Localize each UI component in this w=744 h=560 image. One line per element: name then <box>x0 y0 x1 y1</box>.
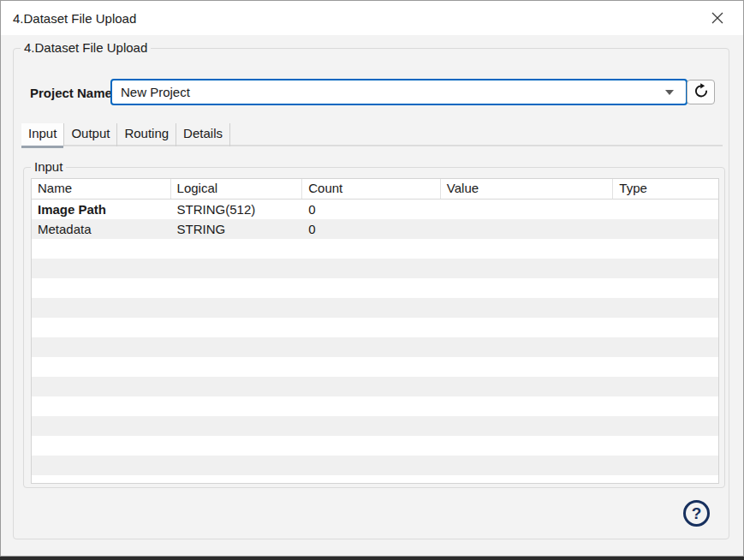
cell-type <box>613 259 718 278</box>
cell-name <box>32 318 171 337</box>
project-name-label: Project Name: <box>30 86 116 100</box>
cell-name <box>32 416 171 436</box>
groupbox-title: 4.Dataset File Upload <box>21 40 151 56</box>
column-header-value[interactable]: Value <box>441 179 613 199</box>
cell-name: Metadata <box>32 219 171 239</box>
column-header-type[interactable]: Type <box>613 179 718 199</box>
table-empty-row[interactable] <box>32 377 718 396</box>
help-button[interactable]: ? <box>683 500 710 527</box>
cell-type <box>613 436 718 456</box>
help-question-icon: ? <box>692 504 702 523</box>
table-header-row: NameLogicalCountValueType <box>32 179 718 200</box>
table-empty-row[interactable] <box>32 416 718 436</box>
table-empty-row[interactable] <box>32 475 718 484</box>
cell-type <box>613 357 718 377</box>
column-header-logical[interactable]: Logical <box>171 179 303 199</box>
cell-logical <box>171 357 303 377</box>
cell-count <box>302 337 441 357</box>
cell-type <box>613 456 718 475</box>
dataset-upload-groupbox: 4.Dataset File Upload Project Name: New … <box>13 48 729 539</box>
table-empty-row[interactable] <box>32 456 718 475</box>
column-header-count[interactable]: Count <box>302 179 441 199</box>
cell-logical <box>171 436 303 456</box>
chevron-down-icon <box>665 90 674 95</box>
table-row[interactable]: MetadataSTRING0 <box>32 219 718 239</box>
cell-count <box>302 318 441 337</box>
cell-count <box>302 475 441 484</box>
cell-value <box>441 377 613 396</box>
cell-value <box>441 318 613 337</box>
cell-logical: STRING(512) <box>171 200 303 219</box>
cell-name <box>32 239 171 259</box>
cell-count <box>302 298 441 318</box>
cell-value <box>441 278 613 298</box>
cell-count <box>302 377 441 396</box>
cell-value <box>441 239 613 259</box>
cell-type <box>613 278 718 298</box>
project-name-combobox[interactable]: New Project <box>110 79 687 105</box>
cell-name <box>32 337 171 357</box>
cell-name <box>32 377 171 396</box>
cell-value <box>441 259 613 278</box>
input-groupbox: Input NameLogicalCountValueType Image Pa… <box>23 167 725 488</box>
cell-name <box>32 278 171 298</box>
cell-count <box>302 357 441 377</box>
tab-output[interactable]: Output <box>64 123 117 146</box>
tab-details[interactable]: Details <box>176 123 230 146</box>
tab-input[interactable]: Input <box>21 123 64 146</box>
cell-value <box>441 357 613 377</box>
cell-type <box>613 200 718 219</box>
table-row[interactable]: Image PathSTRING(512)0 <box>32 200 718 219</box>
cell-logical <box>171 318 303 337</box>
cell-count <box>302 239 441 259</box>
cell-value <box>441 456 613 475</box>
table-empty-row[interactable] <box>32 298 718 318</box>
table-empty-row[interactable] <box>32 259 718 278</box>
background-window-edge <box>0 557 744 560</box>
cell-type <box>613 298 718 318</box>
cell-type <box>613 475 718 484</box>
cell-value <box>441 200 613 219</box>
table-empty-row[interactable] <box>32 318 718 337</box>
cell-count <box>302 259 441 278</box>
cell-value <box>441 436 613 456</box>
cell-count: 0 <box>302 219 441 239</box>
cell-count <box>302 278 441 298</box>
close-icon <box>711 11 724 25</box>
cell-value <box>441 298 613 318</box>
table-empty-row[interactable] <box>32 278 718 298</box>
cell-logical <box>171 298 303 318</box>
input-groupbox-title: Input <box>31 159 66 175</box>
cell-count: 0 <box>302 200 441 219</box>
cell-type <box>613 219 718 239</box>
cell-logical <box>171 239 303 259</box>
cell-value <box>441 416 613 436</box>
cell-name <box>32 396 171 416</box>
cell-value <box>441 337 613 357</box>
refresh-button[interactable] <box>687 80 715 104</box>
table-body: Image PathSTRING(512)0MetadataSTRING0 <box>32 200 718 484</box>
refresh-icon <box>693 82 710 103</box>
cell-logical: STRING <box>171 219 303 239</box>
close-button[interactable] <box>697 1 738 35</box>
cell-logical <box>171 259 303 278</box>
table-empty-row[interactable] <box>32 239 718 259</box>
table-empty-row[interactable] <box>32 357 718 377</box>
cell-value <box>441 475 613 484</box>
ports-table[interactable]: NameLogicalCountValueType Image PathSTRI… <box>31 178 719 484</box>
cell-logical <box>171 456 303 475</box>
cell-name <box>32 298 171 318</box>
dialog-window: 4.Dataset File Upload 4.Dataset File Upl… <box>0 0 744 557</box>
cell-logical <box>171 337 303 357</box>
cell-name <box>32 357 171 377</box>
cell-logical <box>171 396 303 416</box>
table-empty-row[interactable] <box>32 436 718 456</box>
cell-type <box>613 416 718 436</box>
tab-routing[interactable]: Routing <box>117 123 176 146</box>
cell-value <box>441 219 613 239</box>
table-empty-row[interactable] <box>32 337 718 357</box>
table-empty-row[interactable] <box>32 396 718 416</box>
cell-name <box>32 456 171 475</box>
column-header-name[interactable]: Name <box>32 179 171 199</box>
cell-logical <box>171 416 303 436</box>
